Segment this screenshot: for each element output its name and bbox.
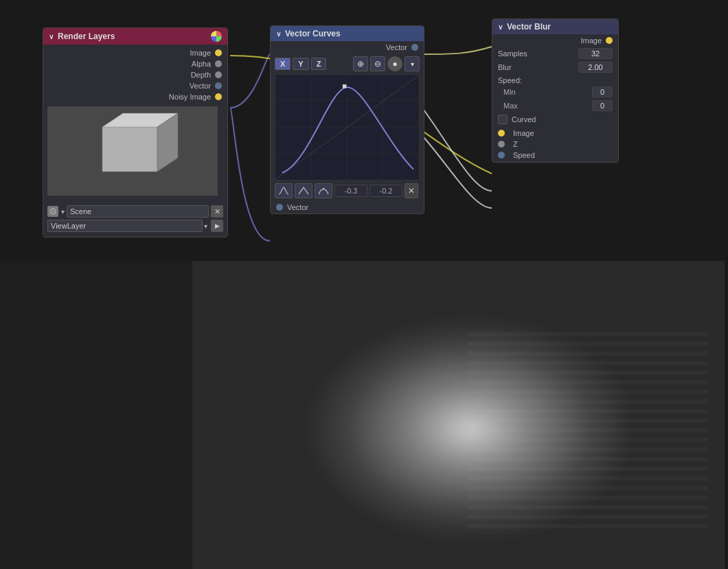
curve-tool-smooth[interactable]	[275, 183, 293, 198]
blur-streaks-visual	[467, 329, 707, 535]
view-layer-input[interactable]	[47, 220, 203, 232]
socket-label-image: Image	[190, 49, 211, 57]
curve-graph-svg	[275, 75, 419, 180]
socket-noisy-image[interactable]	[215, 93, 222, 100]
vb-samples-input[interactable]	[578, 48, 613, 59]
curve-tool-vector[interactable]	[295, 183, 312, 198]
curve-tool-auto[interactable]	[315, 183, 332, 198]
curve-val-y[interactable]	[369, 185, 402, 197]
scene-icon	[47, 206, 58, 217]
vb-blur-label: Blur	[498, 63, 578, 71]
view-layer-row: ▾ ▶	[47, 220, 223, 232]
vector-blur-title: Vector Blur	[507, 22, 551, 32]
vb-image-input-label: Image	[580, 36, 602, 45]
curve-dropdown-button[interactable]: ▾	[405, 56, 420, 71]
vb-curved-row: Curved	[492, 113, 618, 126]
vector-blur-node: ∨ Vector Blur Image Samples Blur Speed: …	[492, 19, 619, 163]
vb-image-input-row: Image	[492, 34, 618, 47]
scene-dropdown-arrow[interactable]: ▾	[61, 208, 65, 216]
vb-max-label: Max	[498, 102, 592, 110]
vb-image-output-socket[interactable]	[498, 130, 505, 137]
socket-row-noisy-image: Noisy Image	[43, 91, 227, 102]
svg-point-14	[323, 188, 325, 190]
render-viewport	[192, 261, 725, 569]
vb-blur-row: Blur	[492, 60, 618, 74]
view-layer-dropdown-arrow[interactable]: ▾	[204, 222, 207, 230]
vb-speed-output-label: Speed	[513, 151, 535, 159]
render-layers-footer: ▾ ✕ ▾ ▶	[43, 202, 227, 237]
vb-speed-output-socket[interactable]	[498, 152, 505, 159]
curve-tools-row: ✕	[271, 181, 424, 201]
vector-curves-title: Vector Curves	[285, 29, 341, 38]
curve-reset-button[interactable]: ●	[387, 56, 402, 71]
vc-curve-controls: X Y Z ⊕ ⊖ ● ▾	[271, 54, 424, 74]
vb-speed-label: Speed:	[492, 74, 618, 85]
curve-graph[interactable]	[275, 74, 420, 181]
render-preview	[47, 106, 218, 196]
vb-image-output-label: Image	[513, 129, 534, 137]
curve-tab-y[interactable]: Y	[293, 58, 308, 70]
vb-max-row: Max	[492, 99, 618, 113]
preview-cube-svg	[47, 106, 218, 196]
vector-curves-header[interactable]: ∨ Vector Curves	[271, 26, 424, 41]
scene-clear-button[interactable]: ✕	[211, 205, 223, 218]
vb-curved-checkbox[interactable]	[498, 115, 508, 124]
render-layers-title: Render Layers	[58, 32, 115, 41]
vc-vector-input-row: Vector	[271, 41, 424, 54]
vc-vector-input-socket[interactable]	[411, 44, 418, 51]
vb-output-sockets: Image Z Speed	[492, 126, 618, 162]
socket-label-depth: Depth	[191, 71, 211, 79]
curve-tab-x[interactable]: X	[275, 58, 291, 70]
socket-label-alpha: Alpha	[192, 60, 211, 68]
curve-zoom-in-button[interactable]: ⊕	[353, 56, 368, 71]
vc-vector-output-label: Vector	[287, 203, 308, 211]
collapse-arrow-rl[interactable]: ∨	[49, 33, 54, 40]
socket-label-vector: Vector	[190, 82, 211, 90]
collapse-arrow-vb[interactable]: ∨	[498, 23, 503, 31]
socket-alpha[interactable]	[215, 60, 222, 67]
socket-row-alpha: Alpha	[43, 58, 227, 69]
curve-val-x[interactable]	[334, 185, 367, 197]
vb-speed-output-row: Speed	[492, 150, 618, 161]
vc-vector-input-label: Vector	[386, 43, 407, 51]
vb-min-input[interactable]	[592, 86, 613, 97]
render-layers-header[interactable]: ∨ Render Layers	[43, 28, 227, 45]
vb-z-output-label: Z	[513, 140, 518, 148]
socket-vector[interactable]	[215, 82, 222, 89]
vb-z-output-row: Z	[492, 139, 618, 150]
svg-line-12	[275, 75, 419, 179]
socket-image[interactable]	[215, 49, 222, 56]
render-layers-body: Image Alpha Depth Vector Noisy Image	[43, 45, 227, 202]
vb-image-output-row: Image	[492, 128, 618, 139]
socket-row-depth: Depth	[43, 69, 227, 80]
render-icon-button[interactable]: ▶	[211, 220, 223, 232]
vector-blur-header[interactable]: ∨ Vector Blur	[492, 19, 618, 34]
svg-rect-13	[343, 84, 346, 88]
vb-blur-input[interactable]	[578, 62, 613, 73]
dark-background-left	[0, 261, 192, 569]
vector-curves-node: ∨ Vector Curves Vector X Y Z ⊕ ⊖ ● ▾	[270, 25, 424, 214]
collapse-arrow-vc[interactable]: ∨	[276, 30, 281, 38]
vc-vector-output-row: Vector	[271, 201, 424, 213]
render-layers-node: ∨ Render Layers Image Alpha Depth Vector…	[43, 27, 228, 237]
curve-zoom-out-button[interactable]: ⊖	[370, 56, 385, 71]
render-layers-icon	[211, 31, 222, 42]
scene-row: ▾ ✕	[47, 205, 223, 218]
vb-samples-label: Samples	[498, 49, 578, 58]
socket-label-noisy-image: Noisy Image	[169, 93, 211, 101]
vb-z-output-socket[interactable]	[498, 141, 505, 148]
vb-min-label: Min	[498, 88, 592, 96]
socket-depth[interactable]	[215, 71, 222, 78]
vc-vector-output-socket[interactable]	[276, 204, 283, 211]
scene-input[interactable]	[67, 205, 209, 218]
svg-marker-1	[102, 127, 157, 172]
vb-samples-row: Samples	[492, 47, 618, 60]
curve-tab-z[interactable]: Z	[311, 58, 327, 70]
curve-close-button[interactable]: ✕	[405, 183, 418, 198]
vb-image-input-socket[interactable]	[606, 37, 613, 44]
vb-max-input[interactable]	[592, 100, 613, 111]
vb-curved-label: Curved	[512, 115, 536, 124]
svg-point-5	[52, 211, 54, 213]
vb-min-row: Min	[492, 85, 618, 99]
socket-row-vector: Vector	[43, 80, 227, 91]
